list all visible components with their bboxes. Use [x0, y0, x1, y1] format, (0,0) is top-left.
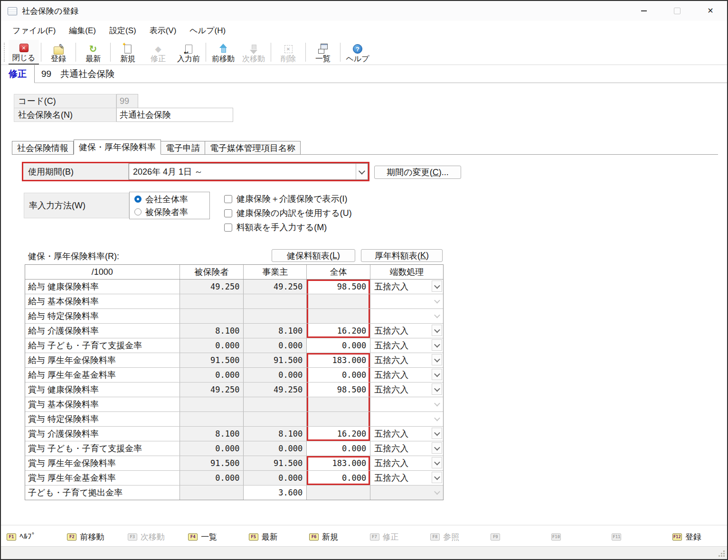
- current-record-label: 99 共通社会保険: [41, 65, 114, 83]
- change-period-button[interactable]: 期間の変更(C)...: [374, 166, 461, 179]
- rounding-dropdown-button[interactable]: [432, 457, 442, 468]
- rounding-dropdown-button[interactable]: [432, 325, 442, 336]
- cell-total-rate[interactable]: 0.000: [307, 441, 370, 456]
- delete-icon: [282, 43, 294, 55]
- checkbox-manual-rate-table[interactable]: 料額表を手入力する(M): [224, 220, 352, 234]
- maximize-button[interactable]: [661, 1, 694, 21]
- rounding-dropdown-button[interactable]: [432, 369, 442, 380]
- rounding-combobox[interactable]: 五捨六入: [370, 280, 443, 294]
- cell-total-rate: [307, 309, 370, 323]
- cell-row-label: 子ども・子育て拠出金率: [25, 485, 180, 500]
- fkey-f2[interactable]: F2前移動: [61, 532, 122, 542]
- rounding-dropdown-button[interactable]: [432, 383, 442, 395]
- fkey-label: 修正: [383, 532, 399, 542]
- table-row: 給与 厚生年金基金料率0.0000.0000.000五捨六入: [25, 368, 443, 383]
- rounding-combobox[interactable]: 五捨六入: [370, 368, 443, 382]
- radio-option-company-total-rate[interactable]: 会社全体率: [134, 194, 209, 205]
- rounding-combobox[interactable]: 五捨六入: [370, 441, 443, 456]
- usage-period-dropdown-button[interactable]: [356, 164, 368, 179]
- resize-grip[interactable]: [718, 550, 725, 557]
- insurance-name-field[interactable]: 共通社会保険: [116, 108, 233, 122]
- tab-kenpo-kounen-rates[interactable]: 健保・厚年保険料率: [74, 140, 161, 155]
- rounding-value: 五捨六入: [370, 383, 432, 397]
- fkey-f1[interactable]: F1ﾍﾙﾌﾟ: [1, 532, 61, 541]
- toolbar-button-label: 登録: [51, 55, 66, 63]
- kenpo-rate-table-button[interactable]: 健保料額表(L): [272, 249, 355, 262]
- cell-total-rate[interactable]: 98.500: [307, 280, 370, 294]
- cell-rounding: [370, 397, 443, 411]
- menu-item-settings[interactable]: 設定(S): [103, 23, 143, 38]
- fkey-f6[interactable]: F6新規: [303, 532, 364, 542]
- rounding-combobox[interactable]: 五捨六入: [370, 383, 443, 397]
- fkey-f12[interactable]: F12登録: [667, 532, 727, 542]
- cell-total-rate[interactable]: 183.000: [307, 456, 370, 470]
- rounding-dropdown-button[interactable]: [432, 442, 442, 454]
- chevron-down-icon: [434, 282, 440, 289]
- cell-total-rate[interactable]: 16.200: [307, 427, 370, 441]
- cell-total-rate[interactable]: 16.200: [307, 324, 370, 338]
- radio-option-insured-rate[interactable]: 被保険者率: [134, 206, 209, 218]
- cell-total-rate[interactable]: 0.000: [307, 471, 370, 485]
- menu-item-edit[interactable]: 編集(E): [62, 23, 103, 38]
- mnemonic-letter: K: [420, 251, 426, 261]
- rounding-value: 五捨六入: [370, 338, 432, 353]
- checkbox-show-health-plus-care[interactable]: 健康保険＋介護保険で表示(I): [224, 192, 352, 206]
- toolbar-button-prev[interactable]: 前移動: [208, 40, 238, 65]
- rounding-dropdown-button[interactable]: [432, 280, 442, 292]
- options-checkbox-group: 健康保険＋介護保険で表示(I)健康保険の内訳を使用する(U)料額表を手入力する(…: [224, 192, 352, 234]
- window-controls: ✕: [627, 1, 727, 21]
- toolbar-button-list[interactable]: 一覧: [308, 40, 338, 65]
- rounding-dropdown-button[interactable]: [432, 339, 442, 351]
- tab-social-insurance-info[interactable]: 社会保険情報: [12, 141, 74, 155]
- fkey-label: 新規: [322, 532, 338, 542]
- rounding-combobox[interactable]: 五捨六入: [370, 471, 443, 485]
- menu-item-file[interactable]: ファイル(F): [6, 23, 62, 38]
- tab-e-media-item-names[interactable]: 電子媒体管理項目名称: [205, 141, 301, 155]
- toolbar-button-close[interactable]: 閉じる: [9, 40, 39, 65]
- cell-insured-rate: 0.000: [180, 441, 244, 456]
- rounding-dropdown-button[interactable]: [432, 428, 442, 439]
- cell-insured-rate: 0.000: [180, 471, 244, 485]
- toolbar-separator: [271, 43, 271, 62]
- app-window: 社会保険の登録 ✕ ファイル(F)編集(E)設定(S)表示(V)ヘルプ(H) 閉…: [0, 0, 728, 560]
- toolbar-separator: [76, 43, 76, 62]
- chevron-down-icon: [434, 356, 440, 362]
- f11-key-icon: F11: [612, 533, 621, 541]
- fkey-f9: F9: [485, 533, 545, 541]
- cell-insured-rate: [180, 412, 244, 426]
- cell-row-label: 賞与 介護保険料率: [25, 427, 180, 441]
- toolbar-button-help[interactable]: ヘルプ: [342, 40, 373, 65]
- toolbar-button-refresh[interactable]: 最新: [78, 40, 108, 65]
- cell-total-rate[interactable]: 0.000: [307, 368, 370, 382]
- cell-rounding: 五捨六入: [370, 280, 443, 294]
- fkey-f5[interactable]: F5最新: [243, 532, 303, 542]
- minimize-button[interactable]: [627, 1, 661, 21]
- rounding-combobox[interactable]: 五捨六入: [370, 427, 443, 441]
- chevron-down-icon: [359, 168, 365, 174]
- rounding-dropdown-button[interactable]: [432, 354, 442, 365]
- menu-item-help[interactable]: ヘルプ(H): [183, 23, 232, 38]
- toolbar-button-new[interactable]: 新規: [113, 40, 143, 65]
- table-row: 賞与 特定保険料率: [25, 412, 443, 427]
- cell-employer-rate[interactable]: 3.600: [244, 485, 307, 500]
- toolbar-button-register[interactable]: 登録: [43, 40, 74, 65]
- kounen-rate-table-button[interactable]: 厚年料額表(K): [361, 249, 443, 262]
- rounding-combobox[interactable]: 五捨六入: [370, 353, 443, 367]
- toolbar-button-revert[interactable]: 入力前: [173, 40, 204, 65]
- rounding-dropdown-button[interactable]: [432, 472, 442, 483]
- tab-e-application[interactable]: 電子申請: [161, 141, 205, 155]
- rounding-combobox[interactable]: 五捨六入: [370, 338, 443, 353]
- cell-total-rate[interactable]: 98.500: [307, 383, 370, 397]
- rounding-combobox[interactable]: 五捨六入: [370, 324, 443, 338]
- close-window-button[interactable]: ✕: [694, 1, 727, 21]
- fkey-f11: F11: [606, 533, 666, 541]
- rounding-combobox[interactable]: 五捨六入: [370, 456, 443, 470]
- cell-total-rate[interactable]: 0.000: [307, 338, 370, 353]
- cell-rounding: 五捨六入: [370, 427, 443, 441]
- menu-item-view[interactable]: 表示(V): [143, 23, 183, 38]
- checkbox-use-health-breakdown[interactable]: 健康保険の内訳を使用する(U): [224, 206, 352, 220]
- cell-total-rate[interactable]: 183.000: [307, 353, 370, 367]
- fkey-f4[interactable]: F4一覧: [182, 532, 243, 542]
- usage-period-dropdown[interactable]: 2026年 4月 1日 ～: [129, 163, 368, 180]
- status-bar: [1, 546, 727, 559]
